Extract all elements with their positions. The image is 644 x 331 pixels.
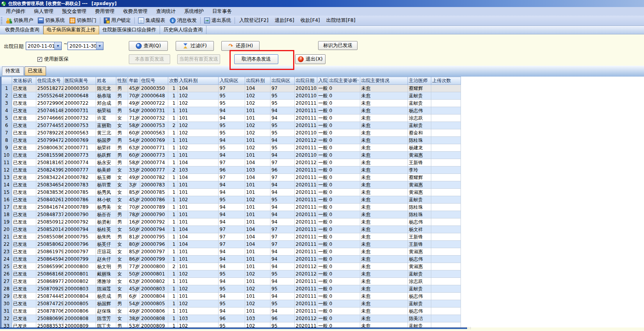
- menu-item[interactable]: 病人管理: [30, 7, 58, 16]
- column-header[interactable]: 性别: [116, 77, 128, 85]
- column-header[interactable]: 出院主要情况: [360, 77, 407, 85]
- table-row[interactable]: 5已发送25074666920000732许茸女71岁2000073211019…: [1, 115, 461, 122]
- table-row[interactable]: 11已发送25081816520000774杨永安男58岁20000774110…: [1, 159, 461, 166]
- table-cell: 20000777: [63, 166, 96, 174]
- column-header[interactable]: 年龄: [128, 77, 140, 85]
- toolbar-button[interactable]: 用户锁定: [101, 16, 133, 25]
- table-row[interactable]: 25已发送25086599020000800杨文明男77岁20000800210…: [1, 263, 461, 270]
- table-cell: 20201102: [294, 85, 317, 92]
- table-row[interactable]: 29已发送25087444520000804杨奕成男6岁200008041101…: [1, 293, 461, 300]
- table-row[interactable]: 27已发送25086897720000802潘雅珍女63岁20000802110…: [1, 278, 461, 285]
- table-row[interactable]: 9已发送25080063020000771杨荣祥男63岁200007711102…: [1, 144, 461, 152]
- table-row[interactable]: 10已发送25081559820000773杨跃辉男60岁20000773110…: [1, 152, 461, 159]
- table-row[interactable]: 18已发送25084873720000790杨峇峇男78岁20000790110…: [1, 211, 461, 218]
- query-button[interactable]: 查询(Q): [129, 41, 168, 51]
- column-header[interactable]: 住院号: [140, 77, 168, 85]
- table-row[interactable]: 23已发送25086197920000797庄琼花女85岁20000797110…: [1, 248, 461, 256]
- toolbar-shortcut[interactable]: 收款[F4]: [297, 16, 323, 25]
- exit-button[interactable]: 退出(X): [295, 54, 326, 64]
- menu-item[interactable]: 预交金管理: [58, 7, 91, 16]
- toolbar-button[interactable]: 切换系统: [36, 16, 67, 25]
- toolbar-button[interactable]: 集成报表: [136, 16, 167, 25]
- toolbar-shortcut[interactable]: 入院登记[F2]: [236, 16, 272, 25]
- filter-button[interactable]: 过滤(F): [176, 41, 214, 51]
- power-icon: [298, 56, 304, 62]
- column-header[interactable]: 上传次数: [431, 77, 461, 85]
- toolbar-button[interactable]: 切换部门: [67, 16, 99, 25]
- table-row[interactable]: 4已发送25074614820000731杨荣福男54岁200007311101…: [1, 107, 461, 115]
- column-header[interactable]: 入院病区: [218, 77, 245, 85]
- mark-sent-button[interactable]: 标识为已发送: [318, 41, 358, 50]
- restore-button[interactable]: 还原(H): [221, 41, 260, 51]
- menu-item[interactable]: 查询统计: [152, 7, 180, 16]
- table-cell: 20000792: [140, 218, 168, 226]
- column-header[interactable]: 姓名: [96, 77, 116, 85]
- table-row[interactable]: 30已发送25087472920000805杨国辉男54岁20000805110…: [1, 300, 461, 308]
- table-row[interactable]: 12已发送25082439920000777杨美娇女33岁20000777210…: [1, 166, 461, 174]
- page-tab[interactable]: 住院新医保接口综合操作: [99, 26, 160, 34]
- table-row[interactable]: 1已发送25051827220000350陈元龙男45岁200003501104…: [1, 85, 461, 92]
- column-header[interactable]: 入院科别: [178, 77, 218, 85]
- table-row[interactable]: 13已发送25083422420000782杨玉卿女49岁20000782110…: [1, 174, 461, 181]
- table-row[interactable]: 19已发送25085091220000792杨贤彬男16岁20000792110…: [1, 218, 461, 226]
- table-row[interactable]: 16已发送25084026120000786林小钦女45岁20000786110…: [1, 196, 461, 204]
- date-from-combobox[interactable]: 2020-11-01: [26, 42, 62, 50]
- table-row[interactable]: 32已发送25088069920000808陈雪芳女38岁20000808110…: [1, 315, 461, 322]
- toolbar-button[interactable]: 切换用户: [4, 16, 36, 25]
- table-row[interactable]: 31已发送25087870620000806赵保珠女49岁20000806110…: [1, 308, 461, 315]
- column-header[interactable]: [1, 77, 12, 85]
- table-cell: 0: [328, 308, 360, 315]
- menu-item[interactable]: 收费员管理: [119, 7, 152, 16]
- chevron-down-icon[interactable]: [54, 42, 61, 50]
- toolbar-shortcut[interactable]: 出院结算[F8]: [323, 16, 359, 25]
- column-header[interactable]: 出院科别: [245, 77, 270, 85]
- column-header[interactable]: 次数: [168, 77, 178, 85]
- table-row[interactable]: 28已发送25087092920000803陈淑莲女45岁20000803110…: [1, 285, 461, 293]
- table-row[interactable]: 14已发送25083465420000783杨羽萱女3岁200007831101…: [1, 181, 461, 189]
- column-header[interactable]: 发送标识: [12, 77, 36, 85]
- column-header[interactable]: 住院流水号: [36, 77, 63, 85]
- column-header[interactable]: 主治医师: [407, 77, 431, 85]
- table-row[interactable]: 33已发送25088353320000809陈丁夫男53岁20000809110…: [1, 322, 461, 328]
- table-row[interactable]: 6已发送25077445520000753蓝丽勤女58岁200007532102…: [1, 122, 461, 129]
- table-row[interactable]: 8已发送25079947220000769杨国夛男54岁200007691101…: [1, 137, 461, 144]
- menu-item[interactable]: 日常事务: [208, 7, 236, 16]
- splitter-handle-icon[interactable]: ∷: [468, 326, 471, 330]
- page-tab[interactable]: 历史病人综合查询: [160, 26, 206, 34]
- send-tab[interactable]: 待发送: [2, 66, 24, 76]
- table-cell: 20201123: [294, 159, 317, 166]
- table-cell: 1: [168, 293, 178, 300]
- table-cell: 未愈: [360, 315, 407, 322]
- table-row[interactable]: 15已发送25083853620000785杨秀凤女85岁20000785110…: [1, 189, 461, 196]
- column-header[interactable]: 出院病区: [270, 77, 294, 85]
- column-header[interactable]: 出院主要诊断·: [328, 77, 360, 85]
- table-row[interactable]: 22已发送25085806220000796杨英仔女80岁20000796110…: [1, 241, 461, 248]
- date-to-combobox[interactable]: 2020-11-30: [68, 42, 103, 50]
- use-new-insurance-checkbox[interactable]: ✓ 使用新医保: [37, 56, 69, 63]
- table-row[interactable]: 24已发送25086459420000799赵央仔女86岁20000799110…: [1, 256, 461, 263]
- table-row[interactable]: 17已发送25084167420000789杨秀美女70岁20000789110…: [1, 204, 461, 211]
- menu-item[interactable]: 费用管理: [91, 7, 119, 16]
- table-row[interactable]: 7已发送25078922820000563黄三北男60岁200005631102…: [1, 129, 461, 137]
- table-cell: 0: [328, 218, 360, 226]
- chevron-down-icon[interactable]: [96, 42, 103, 50]
- page-tab[interactable]: 收费员综合查询: [2, 26, 43, 34]
- column-header[interactable]: 出院日期: [294, 77, 317, 85]
- send-tab[interactable]: 已发送: [25, 66, 46, 76]
- column-header[interactable]: 入院: [317, 77, 328, 85]
- table-cell: 已发送: [12, 159, 36, 166]
- table-row[interactable]: 20已发送25085201420000794杨桂英女50岁20000794110…: [1, 226, 461, 233]
- toolbar-button[interactable]: 消息收发: [167, 16, 199, 25]
- menu-item[interactable]: 用户操作: [2, 7, 30, 16]
- table-row[interactable]: 3已发送25072990620000722郑合成男49岁200007221102…: [1, 100, 461, 107]
- table-cell: 20201113: [294, 115, 317, 122]
- page-tab[interactable]: 电子病历病案首页上传: [43, 26, 99, 34]
- table-row[interactable]: 21已发送25085508620000795杨朱民男81岁20000795110…: [1, 233, 461, 241]
- table-row[interactable]: 2已发送25055264820000648杨恭瑞男70岁200006481102…: [1, 92, 461, 100]
- toolbar-button[interactable]: 退出系统: [202, 16, 233, 25]
- bottom-scroll-bar[interactable]: [0, 327, 467, 329]
- menu-item[interactable]: 系统维护: [180, 7, 208, 16]
- toolbar-shortcut[interactable]: 退款[F6]: [272, 16, 297, 25]
- column-header[interactable]: 医院病案号: [63, 77, 96, 85]
- table-row[interactable]: 26已发送25086816820000801戴丽珠女50岁20000801110…: [1, 270, 461, 278]
